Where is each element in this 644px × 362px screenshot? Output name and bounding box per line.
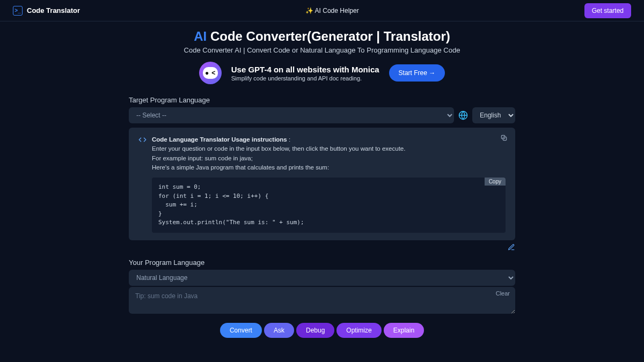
code-content: int sum = 0; for (int i = 1; i <= 10; i+… <box>158 183 304 226</box>
globe-icon[interactable] <box>458 110 468 120</box>
promo-banner: ●< Use GPT-4 on all websites with Monica… <box>129 62 515 84</box>
clear-button[interactable]: Clear <box>496 290 510 297</box>
brand-group[interactable]: >_ Code Translator <box>13 6 80 16</box>
copy-code-button[interactable]: Copy <box>485 178 506 186</box>
ask-button[interactable]: Ask <box>264 323 294 338</box>
main-container: AI Code Converter(Generator | Translator… <box>129 21 515 338</box>
copy-panel-icon[interactable] <box>500 134 508 142</box>
header-helper-text[interactable]: ✨ AI Code Helper <box>305 7 359 14</box>
brand-name: Code Translator <box>27 6 80 14</box>
terminal-icon: >_ <box>13 6 23 16</box>
title-ai: AI <box>194 29 207 43</box>
example-code-block: Copyint sum = 0; for (int i = 1; i <= 10… <box>152 178 506 233</box>
instructions-text: Code Language Translator Usage instructi… <box>152 135 506 233</box>
instructions-heading: Code Language Translator Usage instructi… <box>152 136 287 143</box>
title-rest: Code Converter(Generator | Translator) <box>207 29 450 43</box>
convert-button[interactable]: Convert <box>220 323 262 338</box>
code-input[interactable] <box>129 287 515 314</box>
promo-text: Use GPT-4 on all websites with Monica Si… <box>231 65 379 82</box>
your-language-select[interactable]: Natural Language <box>129 270 515 286</box>
ui-language-select[interactable]: English <box>472 107 515 123</box>
target-row: -- Select -- English <box>129 107 515 123</box>
optimize-button[interactable]: Optimize <box>336 323 381 338</box>
your-lang-label: Your Program Language <box>129 258 515 267</box>
promo-title: Use GPT-4 on all websites with Monica <box>231 65 379 74</box>
edit-icon[interactable] <box>508 243 515 251</box>
top-header: >_ Code Translator ✨ AI Code Helper Get … <box>0 0 644 21</box>
target-lang-label: Target Program Language <box>129 96 515 104</box>
monica-icon: ●< <box>199 62 222 84</box>
explain-button[interactable]: Explain <box>384 323 424 338</box>
page-subtitle: Code Converter AI | Convert Code or Natu… <box>129 46 515 54</box>
promo-subtitle: Simplify code understanding and API doc … <box>231 75 379 82</box>
get-started-button[interactable]: Get started <box>584 3 631 18</box>
action-buttons: Convert Ask Debug Optimize Explain <box>129 323 515 338</box>
instructions-panel: Code Language Translator Usage instructi… <box>129 128 515 240</box>
debug-button[interactable]: Debug <box>296 323 334 338</box>
target-language-select[interactable]: -- Select -- <box>129 107 454 123</box>
start-free-button[interactable]: Start Free → <box>389 64 445 82</box>
code-brackets-icon <box>138 136 147 145</box>
page-title: AI Code Converter(Generator | Translator… <box>129 29 515 44</box>
